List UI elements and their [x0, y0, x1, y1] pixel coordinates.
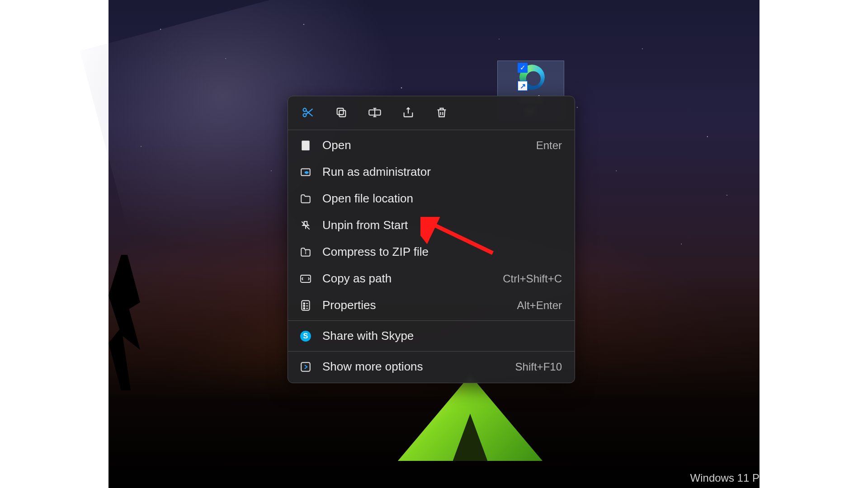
svg-rect-5	[337, 108, 344, 115]
svg-rect-29	[301, 362, 310, 371]
checkmark-overlay-icon: ✓	[518, 63, 528, 73]
document-icon	[299, 139, 312, 152]
delete-button[interactable]	[434, 105, 449, 120]
svg-rect-4	[339, 110, 345, 117]
rename-button[interactable]	[368, 105, 382, 120]
svg-point-21	[303, 303, 305, 304]
menu-item-compress-to-zip[interactable]: Compress to ZIP file	[288, 239, 575, 265]
zip-icon	[299, 245, 312, 259]
menu-item-run-as-administrator[interactable]: Run as administrator	[288, 159, 575, 185]
menu-item-copy-as-path[interactable]: Copy as path Ctrl+Shift+C	[288, 265, 575, 292]
copy-icon	[335, 106, 348, 119]
shield-admin-icon	[299, 165, 312, 179]
svg-point-23	[303, 305, 305, 306]
cut-button[interactable]	[301, 105, 315, 120]
copy-button[interactable]	[334, 105, 349, 120]
shortcut-overlay-icon: ↗	[518, 81, 528, 91]
separator	[288, 130, 575, 130]
menu-item-unpin-from-start[interactable]: Unpin from Start	[288, 212, 575, 239]
svg-point-25	[303, 307, 305, 309]
trash-icon	[435, 106, 448, 119]
menu-item-open-file-location[interactable]: Open file location	[288, 185, 575, 212]
windows-watermark: Windows 11 P	[690, 472, 760, 484]
path-icon	[299, 272, 312, 286]
menu-item-open[interactable]: Open Enter	[288, 132, 575, 159]
separator	[288, 351, 575, 352]
skype-icon: S	[299, 329, 312, 343]
svg-text:S: S	[303, 332, 308, 340]
svg-rect-20	[302, 300, 309, 310]
menu-item-properties[interactable]: Properties Alt+Enter	[288, 292, 575, 319]
rename-icon	[368, 106, 382, 119]
more-options-icon	[299, 360, 312, 374]
edge-app-icon: ✓ ↗	[515, 63, 547, 92]
menu-item-show-more-options[interactable]: Show more options Shift+F10	[288, 353, 575, 380]
share-icon	[402, 106, 415, 119]
menu-item-share-with-skype[interactable]: S Share with Skype	[288, 323, 575, 349]
wallpaper-tent	[398, 375, 542, 461]
desktop-wallpaper: ✓ ↗ rosoft ge	[108, 0, 760, 488]
unpin-icon	[299, 219, 312, 232]
separator	[288, 320, 575, 321]
svg-rect-13	[302, 141, 309, 150]
context-menu-toolbar	[288, 96, 575, 128]
folder-icon	[299, 192, 312, 206]
share-button[interactable]	[401, 105, 415, 120]
properties-icon	[299, 299, 312, 312]
context-menu: Open Enter Run as administrator Open fil…	[288, 96, 575, 383]
scissors-icon	[302, 106, 314, 119]
